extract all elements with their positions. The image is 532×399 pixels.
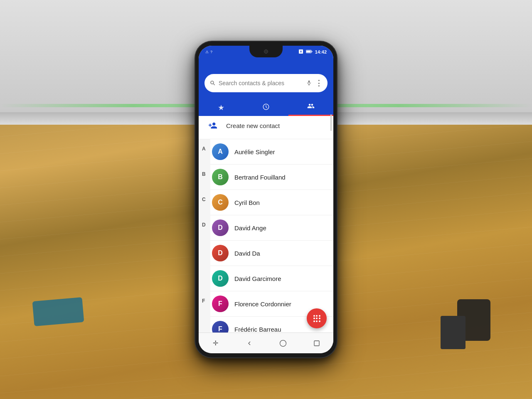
status-right: 14:42 — [298, 49, 327, 55]
create-new-contact-item[interactable]: Create new contact — [199, 112, 333, 139]
add-contact-icon — [205, 118, 220, 133]
contact-section-b: BBBertrand Fouilland — [199, 165, 333, 190]
avatar-image: D — [212, 270, 229, 287]
avatar-image: C — [212, 194, 229, 211]
tab-recent[interactable] — [244, 99, 288, 116]
section-letter: D — [199, 215, 210, 228]
fab-dot-3 — [319, 315, 320, 317]
more-options-icon[interactable]: ⋮ — [315, 79, 323, 87]
section-contacts: CCyril Bon — [210, 190, 333, 215]
contact-name: David Ange — [234, 224, 266, 232]
contact-avatar: F — [212, 296, 229, 312]
side-device-left — [32, 297, 84, 326]
nav-menu-button[interactable]: ✛ — [208, 336, 223, 351]
contact-section-a: AAAurélie Singler — [199, 139, 333, 165]
nav-recents-button[interactable] — [309, 336, 324, 351]
contacts-list[interactable]: Create new contact AAAurélie SinglerBBBe… — [199, 112, 333, 332]
phone-screen: ⚠ ? — [199, 46, 333, 353]
contact-name: Aurélie Singler — [234, 148, 275, 155]
contact-item[interactable]: BBertrand Fouilland — [210, 165, 333, 190]
avatar-image: A — [212, 143, 229, 160]
fab-grid-icon — [313, 315, 320, 322]
contact-item[interactable]: DDavid Ange — [210, 215, 333, 241]
contact-name: Bertrand Fouilland — [234, 174, 286, 181]
avatar-image: F — [212, 321, 229, 332]
contact-name: Frédéric Barreau — [234, 326, 281, 333]
create-contact-label: Create new contact — [226, 122, 280, 129]
tab-contacts[interactable] — [288, 99, 333, 116]
search-icon — [209, 80, 215, 87]
fab-dot-8 — [316, 320, 318, 322]
camera — [264, 49, 268, 54]
warning-icon: ⚠ — [205, 50, 209, 54]
contact-name: David Garcimore — [234, 275, 281, 282]
nfc-icon — [298, 49, 303, 55]
section-contacts: DDavid AngeDDavid DaDDavid Garcimore — [210, 215, 333, 291]
contact-section-c: CCCyril Bon — [199, 190, 333, 215]
contact-avatar: F — [212, 321, 229, 332]
mic-icon[interactable] — [306, 79, 312, 87]
avatar-image: D — [212, 245, 229, 261]
phone-device: ⚠ ? — [195, 42, 337, 357]
app-header: Search contacts & places ⋮ ★ — [199, 58, 333, 112]
avatar-image: D — [212, 219, 229, 236]
phone-notch — [249, 46, 283, 57]
contact-item[interactable]: AAurélie Singler — [210, 139, 333, 165]
section-letter: B — [199, 165, 210, 177]
fab-dot-7 — [313, 320, 315, 322]
contact-avatar: B — [212, 169, 229, 185]
fab-dot-5 — [316, 318, 318, 319]
fab-dot-6 — [319, 318, 320, 319]
section-letter: A — [199, 139, 210, 152]
status-time: 14:42 — [315, 49, 327, 54]
contact-item[interactable]: DDavid Da — [210, 241, 333, 266]
avatar-image: F — [212, 296, 229, 312]
contacts-icon — [307, 102, 315, 112]
tab-bar: ★ — [199, 98, 333, 116]
fab-dot-4 — [313, 318, 315, 319]
scroll-indicator — [330, 114, 332, 131]
question-icon: ? — [210, 50, 212, 54]
side-device-right2 — [441, 316, 466, 349]
section-contacts: AAurélie Singler — [210, 139, 333, 165]
section-letter: F — [199, 291, 210, 304]
search-placeholder: Search contacts & places — [219, 80, 303, 86]
nav-home-button[interactable] — [276, 336, 291, 351]
contact-avatar: A — [212, 143, 229, 160]
contact-name: David Da — [234, 250, 260, 257]
svg-rect-2 — [311, 51, 312, 52]
section-letter: C — [199, 190, 210, 202]
contact-avatar: C — [212, 194, 229, 211]
star-icon: ★ — [218, 103, 224, 112]
contact-name: Cyril Bon — [234, 199, 260, 206]
bottom-navigation: ✛ — [199, 332, 333, 353]
svg-point-7 — [280, 340, 286, 346]
contact-name: Florence Cordonnier — [234, 300, 291, 308]
tab-favorites[interactable]: ★ — [199, 99, 244, 116]
nav-back-button[interactable] — [242, 336, 257, 351]
fab-dot-2 — [316, 315, 318, 317]
fab-dot-1 — [313, 315, 315, 317]
contact-section-d: DDDavid AngeDDavid DaDDavid Garcimore — [199, 215, 333, 291]
contact-item[interactable]: DDavid Garcimore — [210, 266, 333, 291]
svg-rect-3 — [308, 80, 310, 83]
fab-button[interactable] — [307, 308, 327, 328]
contact-avatar: D — [212, 245, 229, 261]
contact-avatar: D — [212, 270, 229, 287]
battery-icon — [306, 49, 313, 54]
contact-item[interactable]: CCyril Bon — [210, 190, 333, 215]
svg-rect-1 — [306, 51, 311, 53]
avatar-image: B — [212, 169, 229, 185]
svg-rect-8 — [314, 341, 319, 346]
status-left: ⚠ ? — [205, 50, 212, 54]
fab-dot-9 — [319, 320, 320, 322]
contact-avatar: D — [212, 219, 229, 236]
clock-icon — [262, 103, 270, 113]
section-contacts: BBertrand Fouilland — [210, 165, 333, 190]
contacts-container: AAAurélie SinglerBBBertrand FouillandCCC… — [199, 139, 333, 332]
search-bar[interactable]: Search contacts & places ⋮ — [204, 74, 328, 92]
